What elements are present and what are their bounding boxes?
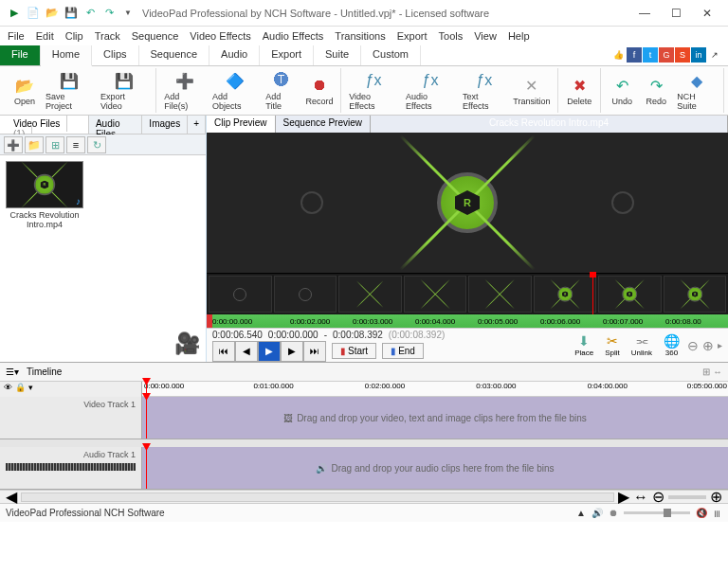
maximize-button[interactable]: ☐ bbox=[661, 3, 691, 24]
volume-icon[interactable]: 🔊 bbox=[592, 508, 603, 518]
qat-open-icon[interactable]: 📂 bbox=[44, 5, 61, 22]
bin-add-icon[interactable]: ➕ bbox=[4, 136, 23, 153]
bin-tab-video[interactable]: Video Files (1) bbox=[0, 116, 89, 134]
scroll-left-icon[interactable]: ◀ bbox=[6, 488, 17, 506]
tl-zoom-in-icon[interactable]: ⊕ bbox=[710, 488, 722, 506]
qat-new-icon[interactable]: 📄 bbox=[25, 5, 42, 22]
goto-start-button[interactable]: ⏮ bbox=[212, 341, 235, 362]
mute-icon[interactable]: 🔇 bbox=[696, 508, 707, 518]
place-button[interactable]: ⬇Place bbox=[571, 333, 597, 357]
zoom-out-icon[interactable]: ⊖ bbox=[687, 338, 699, 353]
timeline-menu-icon[interactable]: ☰▾ bbox=[6, 367, 19, 377]
tab-file[interactable]: File bbox=[0, 45, 41, 65]
menu-edit[interactable]: Edit bbox=[34, 29, 56, 43]
zoom-in-icon[interactable]: ⊕ bbox=[702, 338, 714, 353]
mark-end-button[interactable]: ▮End bbox=[382, 343, 424, 359]
menu-help[interactable]: Help bbox=[506, 29, 532, 43]
menu-video-effects[interactable]: Video Effects bbox=[188, 29, 252, 43]
twitter-icon[interactable]: t bbox=[643, 47, 658, 63]
qat-undo-icon[interactable]: ↶ bbox=[82, 5, 99, 22]
minimize-button[interactable]: — bbox=[629, 3, 660, 24]
bin-tab-audio[interactable]: Audio Files bbox=[89, 116, 142, 134]
tab-export[interactable]: Export bbox=[260, 45, 314, 65]
undo-button[interactable]: ↶Undo bbox=[605, 68, 639, 113]
tab-custom[interactable]: Custom bbox=[361, 45, 421, 65]
redo-button[interactable]: ↷Redo bbox=[639, 68, 673, 113]
record-button[interactable]: ⏺Record bbox=[302, 68, 337, 113]
facebook-icon[interactable]: f bbox=[627, 47, 642, 63]
menu-tools[interactable]: Tools bbox=[437, 29, 465, 43]
tl-zoom-slider[interactable] bbox=[668, 495, 706, 499]
goto-end-button[interactable]: ⏭ bbox=[303, 341, 326, 362]
tab-audio[interactable]: Audio bbox=[209, 45, 260, 65]
audio-track-content[interactable]: 🔊 Drag and drop your audio clips here fr… bbox=[142, 447, 728, 489]
video-track-label[interactable]: Video Track 1 bbox=[0, 397, 142, 439]
tl-zoom-out-icon[interactable]: ⊖ bbox=[652, 488, 664, 506]
menu-export[interactable]: Export bbox=[395, 29, 429, 43]
clip-item[interactable]: R ♪ Cracks Revolution Intro.mp4 bbox=[6, 161, 83, 229]
menu-transitions[interactable]: Transitions bbox=[333, 29, 387, 43]
text-effects-button[interactable]: ƒxText Effects bbox=[459, 68, 510, 113]
lock-icon[interactable]: 🔒 bbox=[15, 383, 26, 396]
360-button[interactable]: 🌐360 bbox=[660, 333, 683, 357]
audio-effects-button[interactable]: ƒxAudio Effects bbox=[402, 68, 459, 113]
tab-clips[interactable]: Clips bbox=[92, 45, 138, 65]
bin-tab-images[interactable]: Images bbox=[142, 116, 188, 134]
google-plus-icon[interactable]: G bbox=[659, 47, 674, 63]
share-icon[interactable]: ↗ bbox=[707, 47, 722, 63]
qat-dropdown-icon[interactable]: ▼ bbox=[119, 5, 136, 22]
mark-start-button[interactable]: ▮Start bbox=[332, 343, 376, 359]
tab-suite[interactable]: Suite bbox=[314, 45, 361, 65]
add-files-button[interactable]: ➕Add File(s) bbox=[160, 68, 209, 113]
bin-refresh-icon[interactable]: ↻ bbox=[87, 136, 106, 153]
bin-view-icon[interactable]: ⊞ bbox=[46, 136, 64, 153]
levels-icon[interactable]: ⫼ bbox=[713, 508, 722, 518]
open-button[interactable]: 📂Open bbox=[8, 68, 42, 113]
timeline-ruler[interactable]: 0:00:00.000 0:01:00.000 0:02:00.000 0:03… bbox=[142, 382, 728, 397]
qat-redo-icon[interactable]: ↷ bbox=[100, 5, 118, 22]
bin-folder-icon[interactable]: 📁 bbox=[25, 136, 44, 153]
video-track-content[interactable]: 🖼 Drag and drop your video, text and ima… bbox=[142, 397, 728, 439]
tab-sequence[interactable]: Sequence bbox=[139, 45, 210, 65]
export-video-button[interactable]: 💾Export Video bbox=[97, 68, 152, 113]
stumble-icon[interactable]: S bbox=[675, 47, 690, 63]
transition-button[interactable]: ✕Transition bbox=[510, 68, 555, 113]
bin-sort-icon[interactable]: ≡ bbox=[66, 136, 85, 153]
save-project-button[interactable]: 💾Save Project bbox=[42, 68, 97, 113]
qat-save-icon[interactable]: 💾 bbox=[63, 5, 80, 22]
close-button[interactable]: ✕ bbox=[692, 3, 722, 24]
menu-audio-effects[interactable]: Audio Effects bbox=[261, 29, 326, 43]
audio-track-label[interactable]: Audio Track 1 bbox=[0, 447, 142, 489]
timeline-scrollbar[interactable]: ◀ ▶ ↔ ⊖ ⊕ bbox=[0, 490, 728, 503]
unlink-button[interactable]: ⫘Unlink bbox=[628, 333, 656, 357]
menu-sequence[interactable]: Sequence bbox=[130, 29, 181, 43]
linkedin-icon[interactable]: in bbox=[691, 47, 706, 63]
menu-file[interactable]: File bbox=[6, 29, 27, 43]
bin-content[interactable]: R ♪ Cracks Revolution Intro.mp4 🎥 bbox=[0, 155, 206, 362]
filmstrip-playhead[interactable] bbox=[592, 274, 593, 314]
add-objects-button[interactable]: 🔷Add Objects bbox=[209, 68, 262, 113]
add-title-button[interactable]: 🅣Add Title bbox=[262, 68, 301, 113]
nch-suite-button[interactable]: ◆NCH Suite bbox=[673, 68, 719, 113]
tab-home[interactable]: Home bbox=[41, 45, 92, 66]
filmstrip[interactable]: R R R bbox=[207, 273, 728, 314]
menu-track[interactable]: Track bbox=[93, 29, 122, 43]
eye-icon[interactable]: 👁 bbox=[4, 383, 12, 396]
menu-view[interactable]: View bbox=[472, 29, 499, 43]
tab-clip-preview[interactable]: Clip Preview bbox=[207, 116, 276, 133]
volume-slider[interactable] bbox=[624, 511, 690, 514]
like-icon[interactable]: 👍 bbox=[610, 47, 626, 63]
video-effects-button[interactable]: ƒxVideo Effects bbox=[345, 68, 402, 113]
step-fwd-button[interactable]: ▶ bbox=[281, 341, 303, 362]
bin-tab-add[interactable]: + bbox=[188, 116, 206, 134]
zoom-fit-icon[interactable]: ↔ bbox=[633, 489, 648, 506]
video-preview[interactable]: R bbox=[207, 133, 728, 273]
menu-clip[interactable]: Clip bbox=[64, 29, 85, 43]
tab-sequence-preview[interactable]: Sequence Preview bbox=[276, 116, 371, 133]
status-arrow-icon[interactable]: ▲ bbox=[576, 508, 586, 518]
play-button[interactable]: ▶ bbox=[258, 341, 281, 362]
dropdown-icon[interactable]: ▾ bbox=[28, 383, 33, 396]
step-back-button[interactable]: ◀ bbox=[235, 341, 258, 362]
delete-button[interactable]: ✖Delete bbox=[562, 68, 596, 113]
scroll-right-icon[interactable]: ▶ bbox=[618, 488, 629, 506]
